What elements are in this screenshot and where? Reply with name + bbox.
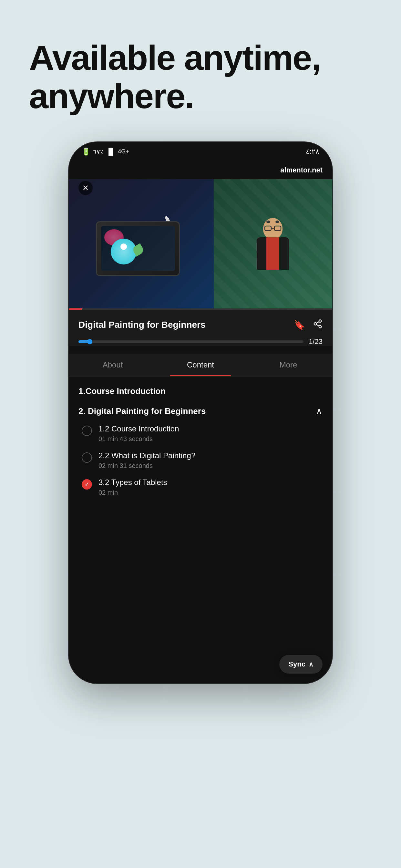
- video-left-panel: [69, 179, 214, 308]
- progress-row: 1/23: [79, 337, 322, 346]
- item-check-3-2: ✓: [82, 479, 92, 490]
- instructor-head: [263, 218, 282, 239]
- bookmark-icon[interactable]: 🔖: [294, 320, 305, 330]
- progress-count: 1/23: [309, 337, 322, 346]
- network-type: 4G+: [118, 148, 129, 155]
- mini-progress-track: [79, 340, 304, 343]
- close-button[interactable]: ✕: [79, 181, 93, 195]
- course-item-2-2[interactable]: 2.2 What is Digital Painting? 02 min 31 …: [79, 451, 322, 469]
- tab-about[interactable]: About: [69, 353, 157, 376]
- sync-button[interactable]: Sync ∧: [279, 655, 322, 674]
- tab-more[interactable]: More: [244, 353, 332, 376]
- signal-text: ٦٧٪: [93, 148, 104, 156]
- svg-line-11: [316, 324, 319, 326]
- status-time: ٤:٢٨: [306, 148, 319, 156]
- collapse-icon[interactable]: ∧: [316, 406, 322, 416]
- mini-progress-thumb: [87, 339, 92, 344]
- tab-content[interactable]: Content: [157, 353, 244, 376]
- content-area: 1.Course Introduction 2. Digital Paintin…: [69, 376, 332, 515]
- app-top-bar: almentor.net: [69, 161, 332, 179]
- section-2-title: 2. Digital Painting for Beginners: [79, 406, 206, 416]
- svg-rect-4: [274, 226, 281, 230]
- instructor-torso: [257, 237, 289, 270]
- headline-line2: anywhere.: [29, 76, 194, 116]
- battery-icon: 🔋: [82, 148, 90, 156]
- headline: Available anytime, anywhere.: [29, 39, 372, 116]
- tablet-device: [96, 221, 180, 276]
- instructor-figure: [214, 179, 332, 308]
- item-duration-1-2: 01 min 43 seconds: [98, 435, 322, 443]
- course-title: Digital Painting for Beginners: [79, 320, 294, 330]
- page: Available anytime, anywhere. 🔋 ٦٧٪ ▐▌ 4G…: [0, 0, 401, 868]
- course-info: Digital Painting for Beginners 🔖: [69, 310, 332, 346]
- item-check-1-2: [82, 426, 92, 436]
- video-area[interactable]: [69, 179, 332, 308]
- svg-point-9: [314, 322, 317, 325]
- course-item-3-2[interactable]: ✓ 3.2 Types of Tablets 02 min: [79, 478, 322, 496]
- headline-section: Available anytime, anywhere.: [0, 39, 401, 116]
- jacket-right: [279, 237, 289, 270]
- svg-point-8: [319, 320, 321, 322]
- item-title-1-2: 1.2 Course Introduction: [98, 424, 322, 433]
- section-2-header: 2. Digital Painting for Beginners ∧: [79, 406, 322, 416]
- item-check-2-2: [82, 453, 92, 463]
- item-duration-3-2: 02 min: [98, 489, 322, 496]
- status-left: 🔋 ٦٧٪ ▐▌ 4G+: [82, 148, 129, 156]
- tablet-screen: [101, 226, 175, 271]
- item-text-3-2: 3.2 Types of Tablets 02 min: [98, 478, 322, 496]
- video-thumbnail: [69, 179, 332, 308]
- item-duration-2-2: 02 min 31 seconds: [98, 462, 322, 469]
- brand-logo: almentor.net: [280, 166, 322, 175]
- item-text-1-2: 1.2 Course Introduction 01 min 43 second…: [98, 424, 322, 443]
- sync-arrow-icon: ∧: [309, 660, 313, 668]
- sync-label: Sync: [288, 660, 305, 669]
- drawing-content: [101, 226, 175, 271]
- tablet-illustration: [96, 212, 186, 276]
- glasses-icon: [263, 224, 282, 234]
- item-title-3-2: 3.2 Types of Tablets: [98, 478, 322, 487]
- item-text-2-2: 2.2 What is Digital Painting? 02 min 31 …: [98, 451, 322, 469]
- course-title-row: Digital Painting for Beginners 🔖: [79, 319, 322, 331]
- svg-line-12: [316, 321, 319, 323]
- tab-bar: About Content More: [69, 353, 332, 376]
- section-1-header: 1.Course Introduction: [79, 386, 322, 396]
- headline-line1: Available anytime,: [29, 38, 320, 77]
- svg-rect-3: [265, 226, 271, 230]
- video-right-panel: [214, 179, 332, 308]
- svg-point-10: [319, 326, 321, 328]
- course-item-1-2[interactable]: 1.2 Course Introduction 01 min 43 second…: [79, 424, 322, 443]
- course-actions: 🔖: [294, 319, 322, 331]
- instructor-body: [257, 218, 289, 270]
- jacket-left: [257, 237, 266, 270]
- close-icon: ✕: [82, 183, 89, 192]
- share-icon[interactable]: [313, 319, 322, 331]
- fish-body-icon: [111, 239, 136, 265]
- phone-mockup: 🔋 ٦٧٪ ▐▌ 4G+ ٤:٢٨ almentor.net ✕: [68, 142, 333, 684]
- item-title-2-2: 2.2 What is Digital Painting?: [98, 451, 322, 460]
- signal-bars-icon: ▐▌: [106, 148, 115, 155]
- sync-button-wrapper: Sync ∧: [279, 655, 322, 674]
- status-bar: 🔋 ٦٧٪ ▐▌ 4G+ ٤:٢٨: [69, 142, 332, 161]
